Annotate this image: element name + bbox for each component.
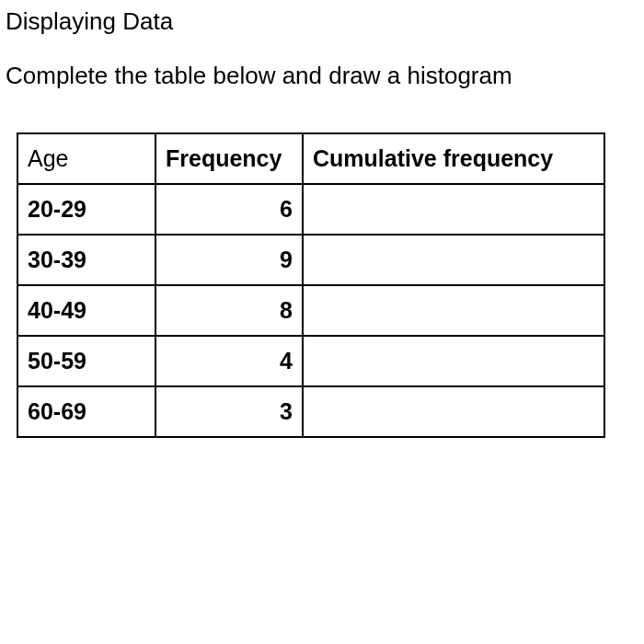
header-age: Age: [17, 133, 155, 184]
table-row: 40-49 8: [17, 285, 604, 336]
cell-frequency: 4: [155, 336, 303, 386]
cell-frequency: 3: [155, 386, 303, 437]
cell-cumulative: [303, 386, 604, 437]
cell-age: 40-49: [17, 285, 155, 336]
cell-cumulative: [303, 184, 604, 235]
cell-cumulative: [303, 336, 604, 386]
cell-frequency: 8: [155, 285, 303, 336]
cell-age: 50-59: [17, 336, 155, 386]
cell-age: 60-69: [17, 386, 155, 437]
cell-age: 20-29: [17, 184, 155, 235]
frequency-table: Age Frequency Cumulative frequency 20-29…: [17, 132, 605, 438]
table-row: 30-39 9: [17, 235, 604, 285]
table-header-row: Age Frequency Cumulative frequency: [17, 133, 604, 184]
table-row: 60-69 3: [17, 386, 604, 437]
table-row: 50-59 4: [17, 336, 604, 386]
cell-age: 30-39: [17, 235, 155, 285]
table-row: 20-29 6: [17, 184, 604, 235]
cell-frequency: 9: [155, 235, 303, 285]
page-heading: Displaying Data: [6, 7, 640, 36]
header-cumulative-frequency: Cumulative frequency: [303, 133, 604, 184]
instruction-text: Complete the table below and draw a hist…: [6, 62, 640, 90]
header-frequency: Frequency: [155, 133, 303, 184]
cell-cumulative: [303, 235, 604, 285]
cell-frequency: 6: [155, 184, 303, 235]
cell-cumulative: [303, 285, 604, 336]
